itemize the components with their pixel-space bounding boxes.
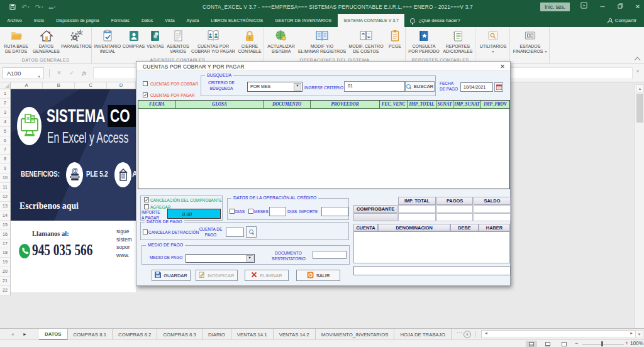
- row-header-10[interactable]: 10: [0, 174, 10, 183]
- row-header-18[interactable]: 18: [0, 248, 10, 258]
- medio-pago-dropdown-icon[interactable]: ▼: [246, 255, 253, 262]
- row-header-17[interactable]: 17: [0, 240, 10, 249]
- salir-button[interactable]: SALIR: [296, 270, 340, 281]
- row-header-21[interactable]: 21: [0, 277, 10, 286]
- formula-bar-expand-icon[interactable]: ˅: [636, 69, 639, 74]
- detalle-table-body[interactable]: [353, 231, 510, 263]
- vertical-scrollbar[interactable]: ▲: [635, 84, 644, 328]
- share-button[interactable]: Compartir: [608, 14, 636, 27]
- dias-checkbox[interactable]: [230, 209, 235, 214]
- column-header-b[interactable]: B: [43, 82, 75, 89]
- sheet-tab-compras-8-3[interactable]: COMPRAS 8.3: [157, 329, 202, 340]
- row-header-6[interactable]: 6: [0, 136, 10, 146]
- undo-icon[interactable]: ↶▾: [21, 3, 30, 11]
- cuenta-pago-input[interactable]: [226, 228, 244, 237]
- agregar-checkbox[interactable]: [144, 204, 149, 209]
- modificar-button[interactable]: MODIFICAR: [196, 270, 238, 281]
- detraccion-checkbox[interactable]: [143, 229, 148, 234]
- ribbon-button-asientos[interactable]: ASIENTOSVARIOS: [165, 27, 191, 56]
- select-all-button[interactable]: [0, 82, 11, 89]
- combo-dropdown-icon[interactable]: ▼: [294, 83, 301, 91]
- zoom-in-icon[interactable]: +: [625, 340, 628, 346]
- medio-pago-combo[interactable]: ▼: [186, 254, 255, 263]
- credito-importe-input[interactable]: [321, 207, 348, 216]
- row-header-20[interactable]: 20: [0, 267, 10, 277]
- row-header-8[interactable]: 8: [0, 155, 10, 164]
- ribbon-tab-inicio[interactable]: Inicio: [28, 14, 50, 27]
- zoom-slider-thumb[interactable]: [601, 341, 603, 346]
- normal-view-icon[interactable]: [526, 341, 537, 347]
- scroll-up-icon[interactable]: ▲: [636, 84, 644, 92]
- sheet-tab-movimiento-inventarios[interactable]: MOVIMIENTO_INVENTARIOS: [316, 329, 395, 340]
- ribbon-button-pcge[interactable]: PCGE: [385, 27, 405, 56]
- tell-me-box[interactable]: ¿Qué desea hacer?: [404, 14, 465, 27]
- row-header-3[interactable]: 3: [0, 108, 10, 118]
- ribbon-button-compras[interactable]: COMPRAS: [122, 27, 145, 56]
- criterio-input[interactable]: 01: [344, 81, 405, 92]
- ribbon-button-modif-y-o[interactable]: MODIF Y/OELIMINAR REGISTROS: [297, 27, 347, 56]
- add-sheet-button[interactable]: +: [464, 331, 471, 338]
- ribbon-tab-vista[interactable]: Vista: [159, 14, 180, 27]
- dialog-title-bar[interactable]: CUENTAS POR COBRAR Y POR PAGAR ✕: [136, 62, 510, 71]
- criterio-combo[interactable]: POR MES ▼: [247, 82, 303, 92]
- ribbon-tab-f-rmulas[interactable]: Fórmulas: [105, 14, 135, 27]
- sheet-tab-compras-8-2[interactable]: COMPRAS 8.2: [113, 329, 157, 340]
- cancelacion-checkbox[interactable]: ✓: [144, 197, 149, 202]
- column-header-c[interactable]: C: [75, 82, 107, 89]
- ribbon-tab-datos[interactable]: Datos: [135, 14, 158, 27]
- sheet-nav-left-icon[interactable]: ◄: [10, 332, 14, 336]
- fecha-pago-input[interactable]: 10/04/2021: [460, 82, 493, 92]
- scroll-left-icon[interactable]: ◄: [484, 331, 488, 335]
- row-header-12[interactable]: 12: [0, 192, 10, 202]
- ribbon-button-consulta[interactable]: CONSULTAPOR PERIODO: [407, 27, 441, 56]
- ribbon-button-reportes[interactable]: REPORTESADICIONALES: [441, 27, 475, 56]
- row-header-14[interactable]: 14: [0, 211, 10, 221]
- ribbon-button-inventario[interactable]: INVENTARIOINICIAL: [93, 27, 122, 56]
- ribbon-button-actualizar[interactable]: ACTUALIZARSISTEMA: [265, 27, 297, 56]
- save-icon[interactable]: [9, 4, 16, 10]
- buscar-button[interactable]: BUSCAR: [405, 81, 435, 92]
- column-header-a[interactable]: A: [11, 82, 43, 89]
- ribbon-button-modif-centro[interactable]: MODIF. CENTRODE COSTOS: [347, 27, 385, 56]
- vertical-scroll-thumb[interactable]: [636, 94, 643, 123]
- meses-checkbox[interactable]: [248, 209, 253, 214]
- ribbon-button-estados[interactable]: ESTADOSFINANCIEROS ▼: [511, 27, 549, 56]
- ribbon-tab-disposici-n-de-p-gina[interactable]: Disposición de página: [50, 14, 106, 27]
- cuentas-por-cobrar-checkbox[interactable]: [143, 81, 148, 86]
- page-layout-view-icon[interactable]: [542, 341, 553, 347]
- name-box[interactable]: A100 ▼: [3, 67, 44, 79]
- ribbon-button-parametros[interactable]: PARAMETROS: [62, 27, 91, 56]
- sheet-tab-hoja-de-trabajo[interactable]: HOJA DE TRABAJO: [394, 329, 451, 340]
- ribbon-tab-libros-electr-nicos[interactable]: LIBROS ELECTRÓNICOS: [205, 14, 269, 27]
- ribbon-button-ruta-base[interactable]: RUTA BASEDE DATOS: [1, 27, 31, 56]
- sign-in-button[interactable]: Inic. ses.: [540, 3, 570, 11]
- close-icon[interactable]: ✕: [629, 0, 644, 14]
- guardar-button[interactable]: GUARDAR: [152, 270, 191, 281]
- sheet-tab-ventas-14-2[interactable]: VENTAS 14.2: [274, 329, 316, 340]
- row-header-22[interactable]: 22: [0, 286, 10, 295]
- ribbon-button-ventas[interactable]: VENTAS: [145, 27, 165, 56]
- zoom-out-icon[interactable]: −: [575, 340, 578, 346]
- row-header-19[interactable]: 19: [0, 258, 10, 267]
- scroll-right-icon[interactable]: ►: [630, 331, 633, 335]
- zoom-slider-track[interactable]: [582, 344, 624, 344]
- row-header-2[interactable]: 2: [0, 99, 10, 108]
- results-grid-body[interactable]: [138, 108, 510, 189]
- ribbon-button-cierre[interactable]: CIERRECONTABLE: [236, 27, 264, 56]
- row-header-7[interactable]: 7: [0, 145, 10, 155]
- ribbon-tab-archivo[interactable]: Archivo: [1, 14, 28, 27]
- ribbon-tab-gestor-de-inventarios[interactable]: GESTOR DE INVENTARIOS: [269, 14, 338, 27]
- documento-input[interactable]: [313, 251, 347, 259]
- ribbon-display-options-icon[interactable]: [575, 0, 592, 14]
- restore-icon[interactable]: [611, 0, 629, 14]
- enter-icon[interactable]: ✓: [67, 67, 77, 79]
- row-header-4[interactable]: 4: [0, 118, 10, 127]
- ribbon-tab-sistema-contable-v-3-7[interactable]: SISTEMA CONTABLE V 3.7: [338, 14, 405, 27]
- sheet-tab-diario[interactable]: DIARIO: [203, 329, 231, 340]
- row-header-13[interactable]: 13: [0, 202, 10, 211]
- dialog-close-icon[interactable]: ✕: [499, 63, 506, 70]
- dias-input[interactable]: [269, 207, 286, 216]
- eliminar-button[interactable]: ELIMINAR: [245, 270, 289, 281]
- row-header-5[interactable]: 5: [0, 127, 10, 136]
- detalle-footer-input[interactable]: [353, 266, 511, 275]
